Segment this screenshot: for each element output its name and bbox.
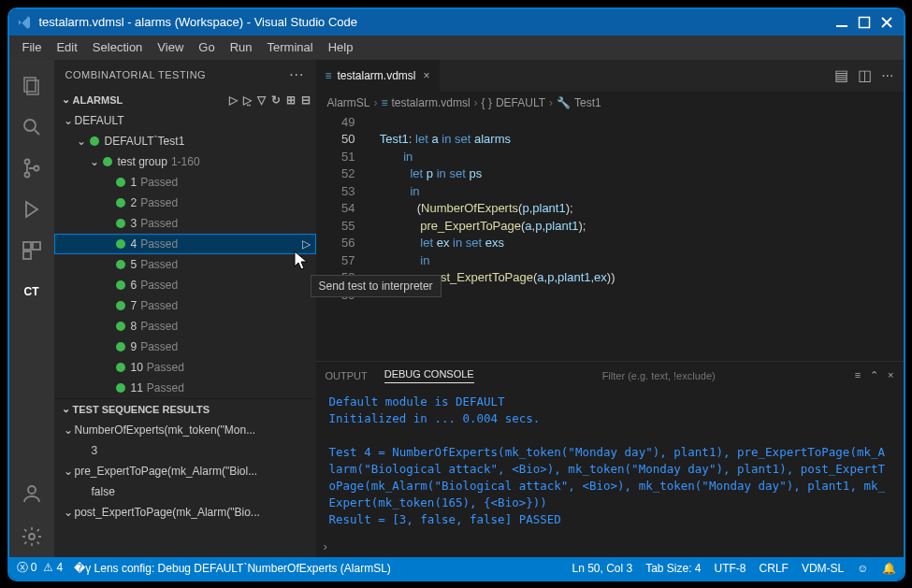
test-row[interactable]: 2Passed <box>54 193 316 213</box>
menu-go[interactable]: Go <box>191 40 222 54</box>
svg-point-4 <box>24 120 36 131</box>
tree-trace[interactable]: ⌄DEFAULT`Test1 <box>54 131 316 151</box>
problems-button[interactable]: ⓧ 0 ⚠ 4 <box>17 560 64 576</box>
compare-icon[interactable]: ▤ <box>834 66 848 84</box>
close-tab-icon[interactable]: × <box>424 69 430 82</box>
tooltip: Send test to interpreter <box>311 275 442 297</box>
test-row-selected[interactable]: 4Passed▷ <box>54 234 316 254</box>
result-row[interactable]: ⌄post_ExpertToPage(mk_Alarm("Bio... <box>54 502 316 523</box>
extensions-icon[interactable] <box>19 237 45 264</box>
test-row[interactable]: 1Passed <box>54 172 316 193</box>
explorer-icon[interactable] <box>19 73 45 99</box>
editor-tabs: ≡ testalarm.vdmsl × ▤ ◫ ··· <box>316 60 904 92</box>
svg-point-5 <box>24 159 29 164</box>
close-button[interactable] <box>877 13 896 32</box>
editor-tab[interactable]: ≡ testalarm.vdmsl × <box>316 60 441 92</box>
settings-icon[interactable] <box>19 523 45 550</box>
bottom-panel: OUTPUT DEBUG CONSOLE ≡ ⌃ × Default modul… <box>316 361 904 557</box>
test-row[interactable]: 5Passed <box>54 254 316 275</box>
result-value: 3 <box>54 440 316 461</box>
collapseall-icon[interactable]: ⊟ <box>301 93 311 107</box>
chevron-down-icon: ⌄ <box>60 93 73 106</box>
eol[interactable]: CRLF <box>760 562 789 575</box>
svg-point-12 <box>29 534 35 539</box>
collapse-panel-icon[interactable]: ⌃ <box>870 369 878 381</box>
result-value: false <box>54 481 316 502</box>
split-icon[interactable]: ◫ <box>858 66 872 84</box>
crumb[interactable]: Test1 <box>574 96 601 109</box>
svg-rect-10 <box>23 251 31 259</box>
code-editor[interactable]: 4950515253545556575859 Test1: let a in s… <box>316 114 904 361</box>
sidebar: COMBINATORIAL TESTING ··· ⌄ ALARMSL ▷ ▷̤… <box>54 60 316 557</box>
menu-edit[interactable]: Edit <box>49 40 84 54</box>
more-actions-icon[interactable]: ··· <box>289 66 304 83</box>
vscode-icon <box>17 15 32 30</box>
encoding[interactable]: UTF-8 <box>715 562 746 575</box>
menu-selection[interactable]: Selection <box>85 40 150 54</box>
output-tab[interactable]: OUTPUT <box>326 370 368 381</box>
language-mode[interactable]: VDM-SL <box>802 562 844 575</box>
menu-view[interactable]: View <box>150 40 191 54</box>
crumb[interactable]: AlarmSL <box>327 96 370 109</box>
send-to-interpreter-icon[interactable]: ▷ <box>302 237 311 251</box>
test-row[interactable]: 7Passed <box>54 295 316 316</box>
feedback-icon[interactable]: ☺ <box>857 562 868 575</box>
titlebar: testalarm.vdmsl - alarms (Workspace) - V… <box>9 9 904 36</box>
debug-console-body[interactable]: Default module is DEFAULT Initialized in… <box>316 390 904 537</box>
svg-point-11 <box>28 486 36 494</box>
svg-rect-8 <box>23 242 31 250</box>
run-debug-icon[interactable] <box>19 196 45 222</box>
menu-terminal[interactable]: Terminal <box>260 40 321 54</box>
chevron-down-icon: ⌄ <box>60 403 73 415</box>
more-icon[interactable]: ··· <box>881 67 893 84</box>
crumb[interactable]: testalarm.vdmsl <box>392 96 470 109</box>
menu-file[interactable]: File <box>15 40 50 54</box>
test-row[interactable]: 11Passed <box>54 378 316 398</box>
mouse-cursor <box>294 251 311 271</box>
panel-alarmsl-header[interactable]: ⌄ ALARMSL ▷ ▷̤ ▽ ↻ ⊞ ⊟ <box>54 90 316 110</box>
search-icon[interactable] <box>19 114 45 140</box>
refresh-icon[interactable]: ↻ <box>271 93 281 107</box>
filter-input[interactable] <box>597 366 831 385</box>
cursor-position[interactable]: Ln 50, Col 3 <box>572 562 632 575</box>
tab-size[interactable]: Tab Size: 4 <box>645 562 701 575</box>
panel-results-header[interactable]: ⌄ TEST SEQUENCE RESULTS <box>54 399 316 420</box>
lens-config[interactable]: �γ Lens config: Debug DEFAULT`NumberOfEx… <box>74 562 391 575</box>
activity-bar: CT <box>9 60 54 557</box>
run-icon[interactable]: ▷ <box>229 93 238 107</box>
settings-small-icon[interactable]: ≡ <box>855 369 861 381</box>
panel-title: ALARMSL <box>73 94 123 106</box>
file-icon: ≡ <box>326 69 332 82</box>
combinatorial-testing-icon[interactable]: CT <box>19 279 45 305</box>
test-row[interactable]: 10Passed <box>54 357 316 378</box>
svg-rect-0 <box>836 25 847 27</box>
debug-console-tab[interactable]: DEBUG CONSOLE <box>384 368 474 383</box>
menubar[interactable]: File Edit Selection View Go Run Terminal… <box>9 36 904 60</box>
accounts-icon[interactable] <box>19 480 45 507</box>
minimize-button[interactable] <box>832 13 851 32</box>
tab-label: testalarm.vdmsl <box>338 69 416 82</box>
svg-point-6 <box>24 172 29 177</box>
test-row[interactable]: 3Passed <box>54 213 316 234</box>
test-tree: ⌄DEFAULT ⌄DEFAULT`Test1 ⌄test group1-160… <box>54 110 316 398</box>
window-title: testalarm.vdmsl - alarms (Workspace) - V… <box>39 15 358 29</box>
test-row[interactable]: 6Passed <box>54 275 316 295</box>
debug-run-icon[interactable]: ▷̤ <box>243 93 252 107</box>
expandall-icon[interactable]: ⊞ <box>286 93 296 107</box>
result-row[interactable]: ⌄pre_ExpertToPage(mk_Alarm("Biol... <box>54 461 316 481</box>
debug-console-input[interactable]: › <box>316 537 904 557</box>
bell-icon[interactable]: 🔔 <box>882 562 896 575</box>
tree-root[interactable]: ⌄DEFAULT <box>54 110 316 131</box>
test-row[interactable]: 9Passed <box>54 337 316 357</box>
tree-group[interactable]: ⌄test group1-160 <box>54 151 316 172</box>
crumb[interactable]: DEFAULT <box>496 96 545 109</box>
close-panel-icon[interactable]: × <box>888 369 893 381</box>
breadcrumbs[interactable]: AlarmSL› ≡testalarm.vdmsl› { }DEFAULT› 🔧… <box>316 92 904 114</box>
source-control-icon[interactable] <box>19 155 45 181</box>
menu-run[interactable]: Run <box>223 40 260 54</box>
filter-icon[interactable]: ▽ <box>257 93 266 107</box>
result-row[interactable]: ⌄NumberOfExperts(mk_token("Mon... <box>54 420 316 440</box>
menu-help[interactable]: Help <box>321 40 361 54</box>
maximize-button[interactable] <box>855 13 874 32</box>
test-row[interactable]: 8Passed <box>54 316 316 337</box>
